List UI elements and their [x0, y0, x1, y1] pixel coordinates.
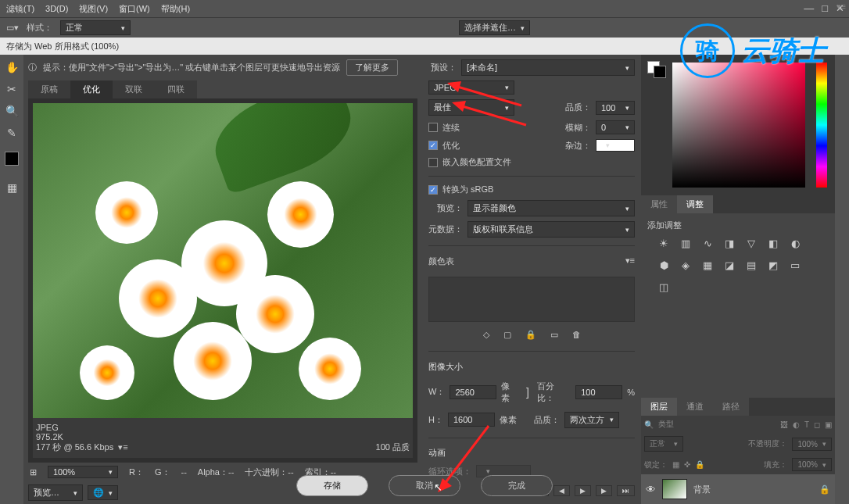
srgb-checkbox[interactable]: [428, 185, 438, 195]
preview-profile-select[interactable]: 显示器颜色: [467, 200, 635, 216]
link-icon[interactable]: ]: [526, 386, 529, 399]
svg-line-4: [444, 426, 489, 484]
adj-brightness-icon[interactable]: ☀: [657, 236, 671, 250]
tab-adjustments[interactable]: 调整: [677, 195, 713, 213]
preset-flyout-icon[interactable]: ▾≡: [836, 2, 846, 12]
lock-all-icon[interactable]: 🔒: [695, 460, 704, 469]
hand-tool-icon[interactable]: ✋: [4, 59, 20, 75]
blur-select[interactable]: 0: [596, 120, 635, 134]
tab-optimized[interactable]: 优化: [70, 80, 113, 98]
adj-gradient-map-icon[interactable]: ▭: [788, 258, 802, 272]
play-icon[interactable]: ▶: [575, 485, 591, 496]
fill-label: 填充：: [764, 459, 787, 470]
tab-layers[interactable]: 图层: [641, 398, 677, 416]
tab-4up[interactable]: 四联: [155, 80, 197, 98]
preview-browser-button[interactable]: 预览…: [28, 484, 83, 501]
filter-shape-icon[interactable]: ◻: [814, 420, 820, 429]
tab-original[interactable]: 原稿: [28, 80, 70, 98]
ct-trash-icon[interactable]: 🗑: [572, 330, 581, 340]
maximize-icon[interactable]: □: [822, 2, 828, 14]
dialog-buttons: 存储 取消 完成: [296, 475, 553, 496]
metadata-select[interactable]: 版权和联系信息: [467, 221, 635, 238]
filter-image-icon[interactable]: 🖼: [780, 420, 788, 429]
opacity-select[interactable]: 100%: [792, 438, 832, 451]
eyedropper-tool-icon[interactable]: ✎: [4, 125, 20, 141]
blend-mode-select[interactable]: 正常: [644, 436, 683, 452]
adj-exposure-icon[interactable]: ◨: [722, 236, 736, 250]
menu-filter[interactable]: 滤镜(T): [6, 3, 34, 15]
adj-invert-icon[interactable]: ◪: [722, 258, 736, 272]
matte-select[interactable]: [596, 139, 635, 152]
adj-hue-icon[interactable]: ◧: [766, 236, 780, 250]
minimize-icon[interactable]: —: [804, 2, 814, 14]
prev-frame-icon[interactable]: ◀: [553, 485, 570, 496]
ct-eyedropper-icon[interactable]: ◇: [483, 330, 489, 340]
preset-select[interactable]: [未命名]: [461, 59, 635, 76]
percent-input[interactable]: [575, 385, 622, 399]
filter-smart-icon[interactable]: ▣: [825, 420, 832, 429]
tool-preset-icon[interactable]: ▭▾: [6, 23, 19, 33]
width-label: W：: [428, 386, 445, 398]
toggle-slices-icon[interactable]: ▦: [4, 180, 20, 195]
progressive-checkbox[interactable]: [428, 123, 438, 132]
menu-help[interactable]: 帮助(H): [161, 3, 190, 15]
fill-select[interactable]: 100%: [792, 458, 832, 471]
adj-channel-mixer-icon[interactable]: ◈: [679, 258, 693, 272]
layer-lock-icon[interactable]: 🔒: [819, 484, 830, 495]
select-mask-button[interactable]: 选择并遮住…: [459, 20, 530, 35]
next-frame-icon[interactable]: ▶: [596, 485, 612, 496]
main-area: ✋ ✂ 🔍 ✎ ▦ ⓘ 提示：使用"文件">"导出">"导出为…" 或右键单击某…: [0, 55, 849, 504]
learn-more-button[interactable]: 了解更多: [346, 59, 398, 76]
menu-window[interactable]: 窗口(W): [119, 3, 150, 15]
adj-posterize-icon[interactable]: ▤: [744, 258, 758, 272]
color-field[interactable]: [672, 63, 805, 188]
slice-tool-icon[interactable]: ✂: [4, 81, 20, 97]
hue-slider[interactable]: [816, 63, 827, 188]
tab-channels[interactable]: 通道: [677, 398, 713, 416]
adj-vibrance-icon[interactable]: ▽: [744, 236, 758, 250]
save-button[interactable]: 存储: [296, 475, 368, 496]
metadata-label: 元数据：: [428, 223, 463, 235]
tab-paths[interactable]: 路径: [713, 398, 749, 416]
filter-type-icon[interactable]: T: [804, 420, 809, 429]
adj-color-lookup-icon[interactable]: ▦: [700, 258, 715, 272]
filter-adjust-icon[interactable]: ◐: [793, 420, 800, 429]
adj-curves-icon[interactable]: ∿: [700, 236, 715, 250]
last-frame-icon[interactable]: ⏭: [617, 485, 635, 496]
adj-bw-icon[interactable]: ◐: [788, 236, 802, 250]
speed-menu-icon[interactable]: ▾≡: [118, 442, 127, 452]
zoom-select[interactable]: 100%: [48, 466, 118, 478]
adj-levels-icon[interactable]: ▥: [679, 236, 693, 250]
watermark-logo: 骑 云骑士: [680, 23, 826, 78]
menu-3d[interactable]: 3D(D): [45, 4, 68, 13]
tab-properties[interactable]: 属性: [641, 195, 677, 213]
lock-position-icon[interactable]: ✜: [684, 460, 690, 469]
ct-shift-icon[interactable]: ▢: [503, 330, 511, 340]
zoom-tool-icon[interactable]: 🔍: [4, 103, 20, 119]
color-table-flyout-icon[interactable]: ▾≡: [625, 256, 635, 267]
width-input[interactable]: [450, 385, 496, 399]
tab-2up[interactable]: 双联: [113, 80, 155, 98]
adj-photo-filter-icon[interactable]: ⬢: [657, 258, 671, 272]
grid-icon[interactable]: ⊞: [30, 467, 37, 477]
browser-select[interactable]: 🌐: [88, 485, 118, 500]
lock-pixels-icon[interactable]: ▦: [672, 460, 679, 469]
ct-new-icon[interactable]: ▭: [550, 330, 558, 340]
layer-row-background[interactable]: 👁 背景 🔒: [641, 474, 835, 504]
adj-threshold-icon[interactable]: ◩: [766, 258, 780, 272]
filter-kind-icon[interactable]: 🔍: [644, 420, 654, 429]
layer-thumbnail[interactable]: [662, 479, 687, 499]
image-preview[interactable]: [33, 103, 413, 418]
resample-select[interactable]: 两次立方: [564, 412, 619, 428]
embed-profile-checkbox[interactable]: [428, 158, 438, 167]
visibility-icon[interactable]: 👁: [646, 484, 656, 495]
adj-selective-color-icon[interactable]: ◫: [657, 280, 671, 294]
color-table: [428, 277, 635, 322]
ct-lock-icon[interactable]: 🔒: [525, 330, 536, 340]
layer-name: 背景: [693, 484, 711, 495]
fg-bg-swatches[interactable]: [647, 61, 666, 78]
optimized-checkbox[interactable]: [428, 141, 438, 150]
quality-value-select[interactable]: 100: [596, 101, 635, 115]
style-select[interactable]: 正常: [60, 20, 131, 35]
menu-view[interactable]: 视图(V): [79, 3, 108, 15]
